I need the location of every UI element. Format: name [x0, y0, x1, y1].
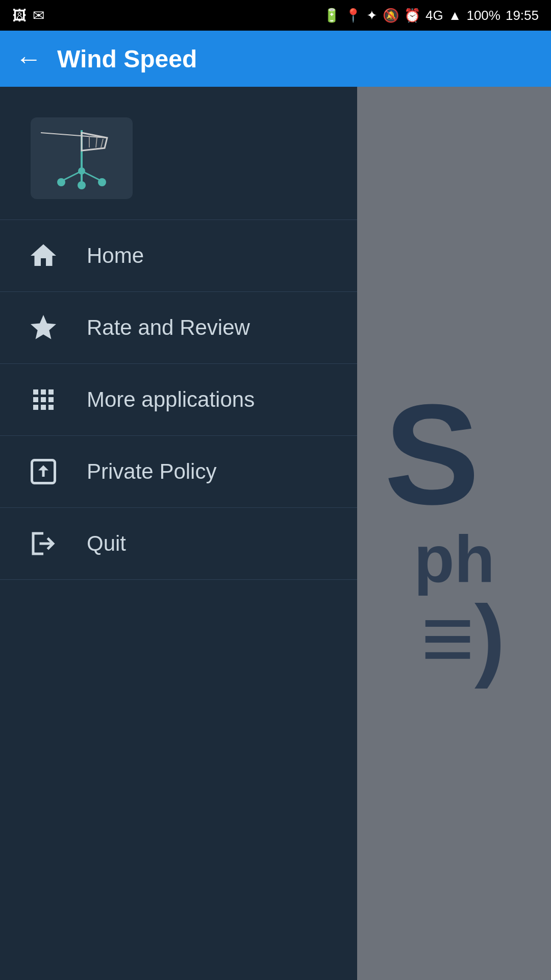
svg-marker-1: [82, 133, 107, 151]
app-logo-area: [0, 87, 357, 219]
battery-icon: 🔋: [323, 8, 340, 23]
nav-drawer: Home Rate and Review More applications: [0, 87, 357, 980]
signal-bars: ▲: [448, 8, 462, 23]
home-label: Home: [87, 243, 144, 268]
network-label: 4G: [425, 8, 443, 23]
svg-point-9: [78, 167, 85, 175]
svg-point-6: [57, 178, 65, 186]
upload-box-icon: [26, 454, 61, 489]
alarm-icon: ⏰: [404, 8, 420, 23]
svg-point-7: [98, 178, 106, 186]
time-display: 19:55: [506, 8, 539, 23]
grid-svg: [28, 384, 59, 415]
quit-label: Quit: [87, 531, 126, 556]
divider-5: [0, 579, 357, 580]
menu-item-home[interactable]: Home: [0, 220, 357, 291]
app-bar: ← Wind Speed: [0, 31, 551, 87]
upload-box-svg: [28, 456, 59, 487]
privacy-label: Private Policy: [87, 459, 216, 484]
status-bar: 🖼 ✉ 🔋 📍 ✦ 🔕 ⏰ 4G ▲ 100% 19:55: [0, 0, 551, 31]
exit-icon: [26, 526, 61, 561]
rate-label: Rate and Review: [87, 315, 250, 340]
app-logo: [31, 117, 133, 199]
back-button[interactable]: ←: [15, 43, 42, 74]
main-content: S ph ≡): [0, 87, 551, 980]
bluetooth-icon: ✦: [366, 8, 378, 23]
exit-svg: [28, 528, 59, 559]
menu-item-privacy[interactable]: Private Policy: [0, 436, 357, 507]
star-icon: [26, 310, 61, 346]
menu-item-quit[interactable]: Quit: [0, 508, 357, 579]
location-icon: 📍: [345, 8, 361, 23]
drawer-scrim[interactable]: [357, 87, 551, 980]
email-icon: ✉: [33, 7, 44, 24]
grid-icon: [26, 382, 61, 418]
status-bar-left: 🖼 ✉: [12, 7, 44, 24]
wind-speed-logo-svg: [41, 125, 122, 191]
app-bar-title: Wind Speed: [57, 45, 197, 73]
more-apps-label: More applications: [87, 387, 255, 412]
silent-icon: 🔕: [383, 8, 399, 23]
menu-item-more-apps[interactable]: More applications: [0, 364, 357, 435]
menu-item-rate[interactable]: Rate and Review: [0, 292, 357, 363]
battery-percent: 100%: [466, 8, 500, 23]
svg-line-12: [101, 139, 103, 148]
star-svg: [28, 312, 59, 343]
svg-point-8: [78, 181, 86, 189]
home-icon: [26, 238, 61, 274]
photo-icon: 🖼: [12, 7, 27, 24]
status-bar-right: 🔋 📍 ✦ 🔕 ⏰ 4G ▲ 100% 19:55: [323, 8, 539, 23]
home-svg: [28, 240, 59, 271]
svg-line-11: [96, 137, 97, 148]
